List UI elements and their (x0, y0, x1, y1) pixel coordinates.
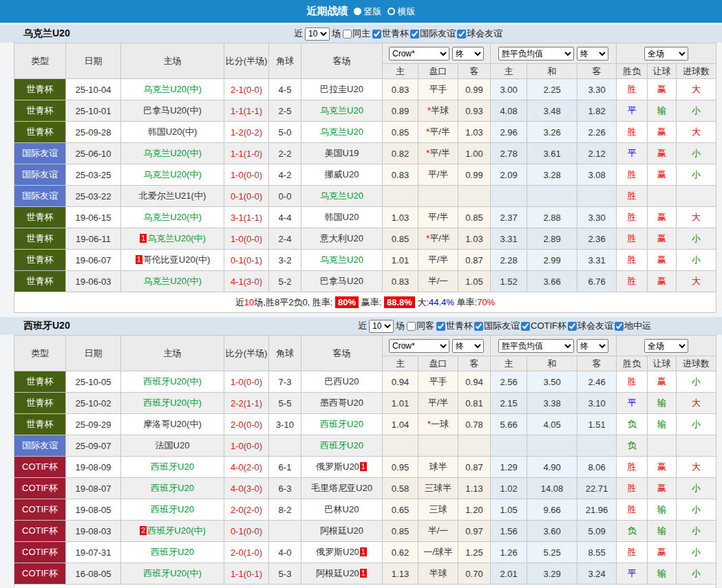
cell-home-team: 西班牙U20 (121, 478, 224, 499)
line-text: 半/一 (428, 276, 449, 286)
match-rows: 世青杯 25-10-05 西班牙U20(中) 1-0(0-0) 7-3 巴西U2… (14, 371, 716, 585)
layout-option-horizontal[interactable]: 横版 (387, 6, 416, 18)
cell-competition: 国际友谊 (14, 435, 66, 457)
cell-score: 1-2(0-2) (224, 122, 269, 143)
cell-goals-result: 小 (677, 143, 716, 164)
col-handicap: 让球 (648, 64, 677, 79)
match-rows: 世青杯 25-10-04 乌克兰U20(中) 2-1(0-0) 4-5 巴拉圭U… (14, 79, 716, 292)
team-section: 乌克兰U20 近 10 场 同主 世青杯国际友谊球会友谊 类型 日期 主场 比分… (14, 25, 716, 313)
same-venue-checkbox[interactable] (407, 322, 416, 331)
away-red-card: 1 (360, 462, 367, 471)
competition-checkbox[interactable] (615, 322, 624, 331)
same-venue-checkbox[interactable] (343, 30, 352, 39)
competition-checkbox[interactable] (457, 30, 466, 39)
cell-avg-draw: 2.89 (527, 228, 577, 250)
same-venue-filter[interactable]: 同客 (407, 320, 434, 332)
competition-badge: COTIF杯 (14, 478, 65, 499)
halftime-score: (0-0) (244, 526, 262, 536)
cell-avg-draw: 3.61 (527, 143, 577, 164)
home-team-name: 乌克兰U20(中) (143, 84, 202, 94)
scope-select[interactable]: 全场 (644, 47, 688, 61)
cell-handicap-result: 赢 (648, 542, 677, 563)
cell-odds-line: *平/半 (418, 143, 458, 164)
cell-odds-away: 0.87 (458, 457, 491, 478)
halftime-score: (1-1) (244, 398, 262, 409)
odds-company-select[interactable]: Crow* (389, 339, 449, 353)
away-team-name: 阿根廷U20 (316, 568, 359, 578)
match-count-select[interactable]: 10 (369, 320, 394, 333)
cell-date: 19-07-31 (66, 542, 121, 563)
odds-group-header: Crow*终 (383, 336, 491, 356)
cell-goals-result: 小 (677, 250, 716, 271)
competition-filter[interactable]: COTIF杯 (521, 320, 566, 332)
cell-result: 胜 (617, 164, 648, 186)
line-text: 平/半 (429, 233, 450, 243)
cell-corners: 2-5 (269, 100, 301, 122)
col-score: 比分(半场) (224, 336, 269, 371)
cell-avg-away (577, 435, 617, 457)
competition-checkbox[interactable] (568, 322, 577, 331)
halftime-score: (0-0) (244, 85, 262, 95)
competition-badge: 国际友谊 (14, 435, 65, 456)
col-type: 类型 (14, 336, 66, 371)
scope-select[interactable]: 全场 (644, 339, 688, 353)
competition-checkbox[interactable] (521, 322, 530, 331)
cell-away-team: 乌克兰U20 (301, 122, 383, 143)
match-count-select[interactable]: 10 (305, 28, 330, 41)
competition-checkbox[interactable] (372, 30, 381, 39)
col-goals: 进球数 (677, 64, 716, 79)
vertical-radio-label: 竖版 (364, 6, 382, 18)
layout-option-vertical[interactable]: 竖版 (354, 6, 382, 18)
avg-stage-select[interactable]: 终 (577, 339, 608, 353)
vertical-radio-icon[interactable] (354, 8, 361, 15)
cell-avg-home: 2.28 (491, 250, 527, 271)
cell-score: 4-0(3-0) (224, 478, 269, 499)
fulltime-score: 0-1 (231, 526, 244, 536)
competition-checkbox[interactable] (474, 322, 483, 331)
near-label: 近 (294, 28, 303, 40)
cell-avg-home (491, 186, 527, 207)
competition-filter[interactable]: 世青杯 (436, 320, 473, 332)
odds-stage-select[interactable]: 终 (452, 339, 484, 353)
competition-label: 国际友谊 (420, 28, 456, 40)
competition-filters: 世青杯国际友谊COTIF杯球会友谊地中运 (436, 320, 651, 332)
halftime-score: (1-1) (244, 213, 262, 223)
fulltime-score: 1-0 (231, 377, 244, 387)
cell-home-team: 乌克兰U20(中) (121, 79, 224, 100)
cell-avg-away: 8.06 (577, 457, 617, 478)
cell-competition: 国际友谊 (14, 164, 66, 186)
odds-company-select[interactable]: Crow* (389, 47, 449, 61)
cell-corners: 5-2 (269, 271, 301, 292)
competition-filter[interactable]: 国际友谊 (410, 28, 456, 40)
cell-avg-home: 1.56 (491, 521, 527, 542)
avg-stage-select[interactable]: 终 (577, 47, 608, 61)
competition-filter[interactable]: 地中运 (615, 320, 651, 332)
summary-segment: 70% (477, 297, 495, 307)
summary-segment: 场,胜8平2负0, 胜率: (254, 297, 335, 307)
competition-filter[interactable]: 国际友谊 (474, 320, 520, 332)
competition-filter[interactable]: 球会友谊 (457, 28, 502, 40)
col-corner: 角球 (269, 43, 301, 79)
cell-handicap-result: 赢 (648, 250, 677, 271)
cell-avg-draw: 4.05 (527, 414, 577, 435)
cell-score: 2-0(2-0) (224, 499, 269, 521)
competition-checkbox[interactable] (410, 30, 419, 39)
cell-home-team: 1哥伦比亚U20(中) (121, 250, 224, 271)
cell-avg-home: 1.29 (491, 457, 527, 478)
fulltime-score: 2-2 (231, 398, 244, 409)
cell-result: 胜 (617, 250, 648, 271)
horizontal-radio-icon[interactable] (387, 8, 395, 15)
col-goals: 进球数 (677, 356, 716, 371)
competition-filter[interactable]: 球会友谊 (568, 320, 613, 332)
away-team-name: 俄罗斯U20 (316, 461, 359, 472)
fulltime-score: 1-1 (231, 569, 244, 579)
cell-odds-line: 平手 (418, 371, 458, 393)
cell-odds-home: 1.01 (383, 393, 418, 414)
competition-filter[interactable]: 世青杯 (372, 28, 409, 40)
competition-checkbox[interactable] (436, 322, 445, 331)
avg-odds-select[interactable]: 胜平负均值 (498, 47, 574, 61)
same-venue-filter[interactable]: 同主 (343, 28, 370, 40)
avg-odds-select[interactable]: 胜平负均值 (498, 339, 574, 353)
match-row: COTIF杯 19-08-09 西班牙U20 4-0(2-0) 6-1 俄罗斯U… (14, 457, 716, 478)
odds-stage-select[interactable]: 终 (452, 47, 484, 61)
